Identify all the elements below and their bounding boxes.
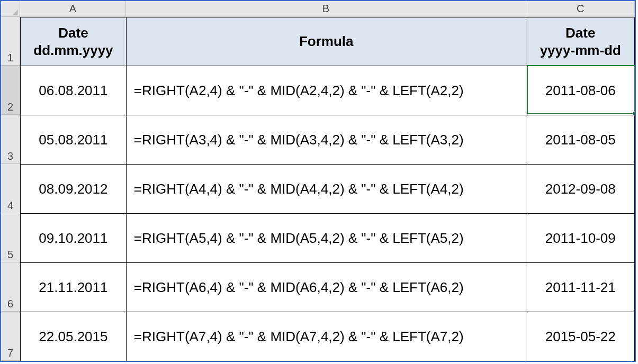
cell-B3[interactable]: =RIGHT(A3,4) & "-" & MID(A3,4,2) & "-" &…	[126, 115, 526, 165]
table-row: 06.08.2011 =RIGHT(A2,4) & "-" & MID(A2,4…	[21, 66, 635, 115]
row-header-1[interactable]: 1	[1, 17, 20, 66]
cell-A3[interactable]: 05.08.2011	[21, 115, 127, 165]
spreadsheet-table: Datedd.mm.yyyy Formula Dateyyyy-mm-dd 06…	[20, 17, 635, 361]
table-row: 09.10.2011 =RIGHT(A5,4) & "-" & MID(A5,4…	[21, 214, 635, 263]
row-header-4[interactable]: 4	[1, 164, 20, 213]
row-header-6[interactable]: 6	[1, 262, 20, 312]
table-row: 22.05.2015 =RIGHT(A7,4) & "-" & MID(A7,4…	[21, 312, 635, 361]
select-all-corner[interactable]	[1, 1, 20, 17]
col-header-B[interactable]: B	[126, 1, 527, 16]
cell-A7[interactable]: 22.05.2015	[21, 312, 127, 361]
cell-C4[interactable]: 2012-09-08	[526, 165, 635, 214]
cell-A2[interactable]: 06.08.2011	[21, 66, 127, 115]
cell-C6[interactable]: 2011-11-21	[526, 263, 635, 312]
cell-B2[interactable]: =RIGHT(A2,4) & "-" & MID(A2,4,2) & "-" &…	[126, 66, 526, 115]
cell-A5[interactable]: 09.10.2011	[21, 214, 127, 263]
cells-grid: Datedd.mm.yyyy Formula Dateyyyy-mm-dd 06…	[20, 17, 635, 361]
cell-C1[interactable]: Dateyyyy-mm-dd	[526, 17, 635, 66]
cell-B5[interactable]: =RIGHT(A5,4) & "-" & MID(A5,4,2) & "-" &…	[126, 214, 526, 263]
column-headers: A B C	[20, 1, 635, 17]
cell-C2[interactable]: 2011-08-06	[526, 66, 635, 115]
cell-A6[interactable]: 21.11.2011	[21, 263, 127, 312]
table-row: 21.11.2011 =RIGHT(A6,4) & "-" & MID(A6,4…	[21, 263, 635, 312]
table-header-row: Datedd.mm.yyyy Formula Dateyyyy-mm-dd	[21, 17, 635, 66]
cell-A1[interactable]: Datedd.mm.yyyy	[21, 17, 127, 66]
spreadsheet-viewport: A B C 1 2 3 4 5 6 7 Datedd.mm.yyyy Formu…	[0, 0, 636, 362]
table-row: 08.09.2012 =RIGHT(A4,4) & "-" & MID(A4,4…	[21, 165, 635, 214]
row-headers: 1 2 3 4 5 6 7	[1, 17, 20, 361]
cell-B4[interactable]: =RIGHT(A4,4) & "-" & MID(A4,4,2) & "-" &…	[126, 165, 526, 214]
row-header-7[interactable]: 7	[1, 312, 20, 361]
row-header-3[interactable]: 3	[1, 115, 20, 164]
cell-B7[interactable]: =RIGHT(A7,4) & "-" & MID(A7,4,2) & "-" &…	[126, 312, 526, 361]
row-header-5[interactable]: 5	[1, 213, 20, 262]
cell-B1[interactable]: Formula	[126, 17, 526, 66]
cell-C3[interactable]: 2011-08-05	[526, 115, 635, 165]
cell-C5[interactable]: 2011-10-09	[526, 214, 635, 263]
col-header-A[interactable]: A	[20, 1, 126, 16]
cell-B6[interactable]: =RIGHT(A6,4) & "-" & MID(A6,4,2) & "-" &…	[126, 263, 526, 312]
col-header-C[interactable]: C	[526, 1, 635, 16]
cell-A4[interactable]: 08.09.2012	[21, 165, 127, 214]
cell-C7[interactable]: 2015-05-22	[526, 312, 635, 361]
table-row: 05.08.2011 =RIGHT(A3,4) & "-" & MID(A3,4…	[21, 115, 635, 165]
row-header-2[interactable]: 2	[1, 66, 20, 115]
